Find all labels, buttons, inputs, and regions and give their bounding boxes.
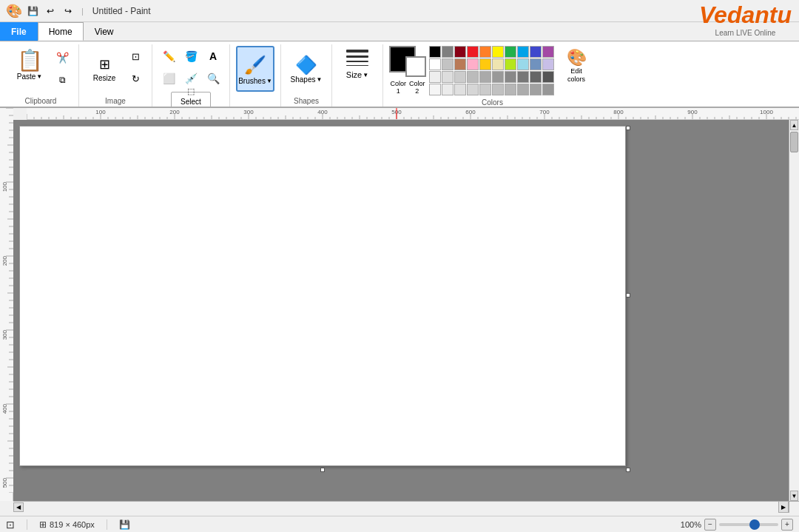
- color-cell[interactable]: [542, 46, 554, 58]
- eraser-button[interactable]: ⬜: [158, 68, 179, 89]
- magnifier-icon: 🔍: [207, 73, 220, 84]
- scrollbar-horizontal[interactable]: ◀ ▶: [13, 501, 789, 513]
- resize-icon: ⊞: [99, 56, 110, 73]
- color-cell[interactable]: [479, 84, 491, 95]
- redo-quick-btn[interactable]: ↪: [61, 4, 75, 18]
- color-cell[interactable]: [429, 46, 441, 58]
- color-section: Color1 Color2 🎨 Editcolors: [389, 46, 596, 95]
- brushes-label: Brushes: [238, 77, 266, 85]
- color-cell[interactable]: [429, 84, 441, 95]
- brushes-button[interactable]: 🖌️ Brushes ▼: [236, 46, 274, 92]
- color-cell[interactable]: [442, 46, 454, 58]
- shapes-icon: 🔷: [295, 55, 317, 75]
- zoom-thumb[interactable]: [749, 519, 760, 530]
- scroll-thumb-v[interactable]: [790, 132, 798, 152]
- scroll-left-arrow[interactable]: ◀: [13, 502, 24, 512]
- color-cell[interactable]: [429, 71, 441, 83]
- resize-handle-bottom[interactable]: [320, 468, 325, 472]
- color-cell[interactable]: [442, 71, 454, 83]
- save-quick-btn[interactable]: 💾: [25, 4, 40, 18]
- color-cell[interactable]: [479, 71, 491, 83]
- colors-label: Colors: [482, 97, 503, 108]
- color-cell[interactable]: [454, 84, 466, 95]
- resize-handle-right[interactable]: [626, 293, 630, 297]
- rotate-button[interactable]: ↻: [125, 68, 146, 89]
- save-icon: 💾: [119, 519, 130, 530]
- resize-handle-right-mid[interactable]: [626, 126, 630, 130]
- color-cell[interactable]: [454, 46, 466, 58]
- resize-handle-corner[interactable]: [626, 468, 630, 472]
- scroll-down-arrow[interactable]: ▼: [790, 491, 798, 501]
- color-cell[interactable]: [517, 58, 529, 70]
- tab-home[interactable]: Home: [38, 22, 84, 41]
- color-cell[interactable]: [505, 58, 516, 70]
- magnifier-button[interactable]: 🔍: [203, 68, 223, 89]
- zoom-out-button[interactable]: −: [704, 519, 716, 531]
- paste-arrow: ▼: [36, 73, 42, 80]
- scroll-right-arrow[interactable]: ▶: [778, 501, 789, 513]
- color-cell[interactable]: [492, 71, 504, 83]
- color-cell[interactable]: [530, 84, 542, 95]
- color-cell[interactable]: [442, 58, 454, 70]
- text-icon: A: [209, 50, 217, 62]
- color-cell[interactable]: [530, 58, 542, 70]
- color-cell[interactable]: [492, 84, 504, 95]
- scrollbar-vertical[interactable]: ▲ ▼: [789, 120, 799, 501]
- color-cell[interactable]: [467, 58, 479, 70]
- color-cell[interactable]: [505, 71, 516, 83]
- pencil-button[interactable]: ✏️: [158, 46, 179, 67]
- color-cell[interactable]: [530, 71, 542, 83]
- size-items: Size ▼: [338, 44, 377, 95]
- color-cell[interactable]: [467, 71, 479, 83]
- paste-label: Paste: [17, 73, 36, 81]
- color-cell[interactable]: [542, 58, 554, 70]
- cut-button[interactable]: ✂️: [52, 47, 73, 68]
- clipboard-items: 📋 Paste ▼ ✂️ ⧉: [9, 44, 73, 95]
- color-cell[interactable]: [492, 58, 504, 70]
- color-cell[interactable]: [517, 71, 529, 83]
- color-cell[interactable]: [479, 46, 491, 58]
- fill-button[interactable]: 🪣: [181, 46, 201, 67]
- color2-box[interactable]: [405, 56, 426, 77]
- paint-canvas[interactable]: [19, 126, 626, 466]
- crop-button[interactable]: ⊡: [125, 46, 146, 67]
- color-cell[interactable]: [479, 58, 491, 70]
- image-label: Image: [105, 95, 126, 107]
- ruler-area: [0, 108, 799, 120]
- shapes-button[interactable]: 🔷 Shapes ▼: [287, 46, 326, 92]
- tab-file[interactable]: File: [0, 22, 38, 41]
- zoom-in-button[interactable]: +: [781, 519, 793, 531]
- color-cell[interactable]: [530, 46, 542, 58]
- color-cell[interactable]: [454, 71, 466, 83]
- vertical-ruler: [0, 108, 13, 501]
- tab-view[interactable]: View: [84, 22, 125, 41]
- paste-button[interactable]: 📋 Paste ▼: [9, 46, 50, 93]
- select-button[interactable]: ⬚ Select ▼: [171, 92, 211, 108]
- zoom-controls: 100% − +: [681, 519, 793, 531]
- color-cell[interactable]: [429, 58, 441, 70]
- image-sub-buttons: ⊡ ↻: [125, 46, 146, 89]
- color1-label: Color1: [390, 80, 406, 95]
- color-cell[interactable]: [467, 46, 479, 58]
- color-cell[interactable]: [505, 84, 516, 95]
- shapes-group-label: Shapes: [294, 95, 319, 107]
- color-cell[interactable]: [542, 84, 554, 95]
- scroll-up-arrow[interactable]: ▲: [790, 120, 798, 130]
- copy-button[interactable]: ⧉: [52, 70, 73, 90]
- copy-icon: ⧉: [59, 75, 66, 85]
- text-button[interactable]: A: [203, 46, 223, 67]
- color-cell[interactable]: [505, 46, 516, 58]
- resize-button[interactable]: ⊞ Resize: [85, 46, 124, 92]
- zoom-slider[interactable]: [719, 523, 778, 526]
- color-cell[interactable]: [492, 46, 504, 58]
- edit-colors-button[interactable]: 🎨 Editcolors: [557, 46, 596, 86]
- color-cell[interactable]: [517, 84, 529, 95]
- color-cell[interactable]: [517, 46, 529, 58]
- color-cell[interactable]: [467, 84, 479, 95]
- color-cell[interactable]: [454, 58, 466, 70]
- color-cell[interactable]: [542, 71, 554, 83]
- color-cell[interactable]: [442, 84, 454, 95]
- eraser-icon: ⬜: [163, 73, 175, 84]
- size-button[interactable]: Size ▼: [338, 46, 377, 93]
- undo-quick-btn[interactable]: ↩: [43, 4, 58, 18]
